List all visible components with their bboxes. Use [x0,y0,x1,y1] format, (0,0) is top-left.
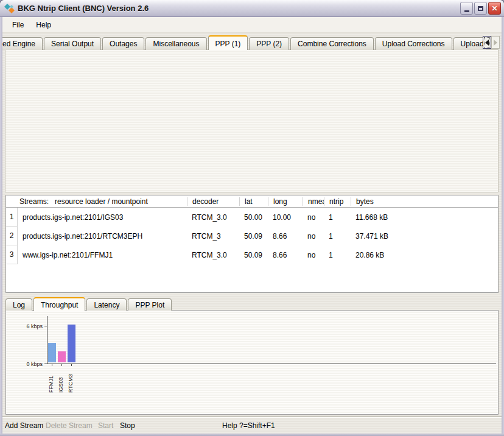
menu-help[interactable]: Help [30,19,57,31]
cell-bytes: 37.471 kB [351,232,498,241]
cell-nmea: no [303,213,324,222]
maximize-button[interactable] [474,2,487,15]
close-icon: ✕ [491,5,497,12]
tab-upload-ephemeris[interactable]: Upload Ephemeris [453,37,486,50]
bottom-button-bar: Add Stream Delete Stream Start Stop Help… [0,417,504,434]
window-resize-left[interactable] [0,17,2,436]
category-label-igs03: IGS03 [58,367,64,393]
ytick-bottom-label: 0 kbps [16,361,43,367]
arrow-left-icon [485,40,489,46]
header-ntrip[interactable]: ntrip [324,197,351,206]
top-tab-bar: ed Engine Serial Output Outages Miscella… [2,34,486,50]
header-bytes[interactable]: bytes [351,197,498,206]
ppp-panel-page [5,49,499,192]
header-mountpoint[interactable]: Streams: resource loader / mountpoint [6,197,187,206]
cell-nmea: no [303,251,324,259]
cell-lat: 50.00 [239,213,268,222]
category-label-rtcm3: RTCM3 [68,367,74,393]
app-icon [4,4,15,13]
x-tick-mark [52,364,52,366]
cell-long: 10.00 [268,213,303,222]
tab-combine-corrections[interactable]: Combine Corrections [290,37,374,50]
start-button[interactable]: Start [98,421,113,430]
tab-scroll-right-button[interactable] [491,36,500,49]
header-decoder[interactable]: decoder [187,197,239,206]
tab-throughput[interactable]: Throughput [33,297,85,311]
window-resize-bottom[interactable] [0,434,504,436]
ytick-top-label: 6 kbps [16,323,43,329]
bar-rtcm3 [68,325,75,362]
cell-ntrip: 1 [324,251,351,259]
cell-lat: 50.09 [239,232,268,241]
tab-upload-corrections[interactable]: Upload Corrections [375,37,452,50]
bnc-application-window: BKG Ntrip Client (BNC) Version 2.6 ✕ Fil… [0,0,504,436]
cell-lat: 50.09 [239,251,268,259]
streams-table: Streams: resource loader / mountpoint de… [5,195,499,293]
tab-miscellaneous[interactable]: Miscellaneous [145,37,206,50]
minimize-icon [464,10,469,12]
x-tick-mark [71,364,72,366]
window-resize-right[interactable] [502,17,504,436]
cell-nmea: no [303,232,324,241]
header-lat[interactable]: lat [239,197,268,206]
delete-stream-button[interactable]: Delete Stream [46,421,93,430]
tab-ppp-2[interactable]: PPP (2) [249,37,289,50]
throughput-plot: 6 kbps 0 kbps FFMJ1 IGS03 RTCM3 [5,310,499,415]
x-axis [47,364,496,364]
bottom-tab-bar: Log Throughput Latency PPP Plot [5,297,173,311]
cell-decoder: RTCM_3.0 [187,251,239,259]
tab-latency[interactable]: Latency [86,298,127,311]
tab-ppp-1[interactable]: PPP (1) [208,35,248,50]
cell-ntrip: 1 [324,213,351,222]
streams-table-header: Streams: resource loader / mountpoint de… [6,195,498,208]
cell-mountpoint: products.igs-ip.net:2101/IGS03 [18,213,187,222]
cell-ntrip: 1 [324,232,351,241]
row-number: 1 [6,208,18,227]
table-row[interactable]: 2 products.igs-ip.net:2101/RTCM3EPH RTCM… [6,227,498,245]
close-button[interactable]: ✕ [488,2,501,15]
minimize-button[interactable] [460,2,473,15]
maximize-icon [478,6,483,11]
tab-serial-output[interactable]: Serial Output [44,37,101,50]
cell-long: 8.66 [268,251,303,259]
cell-mountpoint: www.igs-ip.net:2101/FFMJ1 [18,251,187,259]
cell-long: 8.66 [268,232,303,241]
x-tick-mark [61,364,62,366]
bar-igs03 [58,351,66,362]
tab-scroll-left-button[interactable] [483,36,491,49]
menu-file[interactable]: File [6,19,30,31]
tab-outages[interactable]: Outages [102,37,144,50]
row-number: 3 [6,245,18,264]
cell-bytes: 11.668 kB [351,213,498,222]
menu-bar: File Help [2,17,502,33]
category-label-ffmj1: FFMJ1 [48,367,54,393]
tab-ppp-plot[interactable]: PPP Plot [128,298,172,311]
help-shortcut-text: Help ?=Shift+F1 [222,421,275,430]
arrow-right-icon [494,40,497,46]
add-stream-button[interactable]: Add Stream [5,421,43,430]
title-bar[interactable]: BKG Ntrip Client (BNC) Version 2.6 ✕ [0,0,504,17]
tab-scrollers [483,36,500,49]
cell-decoder: RTCM_3 [187,232,239,241]
stop-button[interactable]: Stop [120,421,135,430]
y-axis [47,316,47,364]
table-row[interactable]: 1 products.igs-ip.net:2101/IGS03 RTCM_3.… [6,208,498,227]
header-long[interactable]: long [268,197,303,206]
bar-ffmj1 [48,343,56,362]
row-number: 2 [6,227,18,245]
tab-feed-engine[interactable]: ed Engine [2,37,43,50]
header-nmea[interactable]: nmea [303,197,324,206]
cell-mountpoint: products.igs-ip.net:2101/RTCM3EPH [18,232,187,241]
table-row[interactable]: 3 www.igs-ip.net:2101/FFMJ1 RTCM_3.0 50.… [6,245,498,264]
cell-bytes: 20.86 kB [351,251,498,259]
window-title: BKG Ntrip Client (BNC) Version 2.6 [18,4,459,13]
cell-decoder: RTCM_3.0 [187,213,239,222]
tab-log[interactable]: Log [5,298,32,311]
